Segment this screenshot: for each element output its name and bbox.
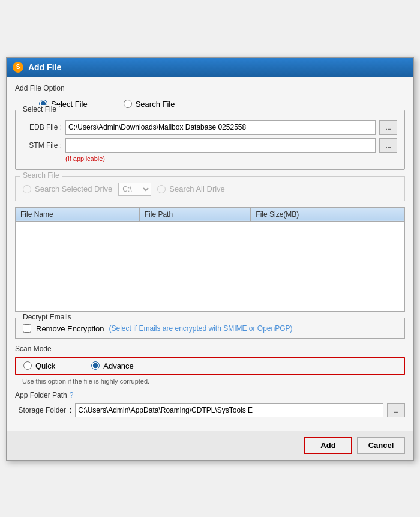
- search-selected-drive-option[interactable]: Search Selected Drive: [23, 184, 112, 193]
- scan-mode-box: Quick Advance: [15, 357, 405, 375]
- scan-mode-section: Scan Mode Quick Advance Use this option …: [15, 345, 405, 385]
- app-folder-help-link[interactable]: ?: [70, 391, 74, 399]
- decrypt-emails-section: Decrypt Emails Remove Encryption (Select…: [15, 318, 405, 339]
- select-file-group-title: Select File: [20, 105, 59, 113]
- decrypt-hint: (Select if Emails are encrypted with SMI…: [109, 324, 292, 333]
- app-folder-label: App Folder Path ?: [15, 391, 405, 399]
- add-button[interactable]: Add: [304, 437, 352, 454]
- storage-folder-input[interactable]: [75, 403, 383, 417]
- app-folder-section: App Folder Path ? Storage Folder : ...: [15, 391, 405, 417]
- decrypt-row: Remove Encryption (Select if Emails are …: [23, 323, 397, 333]
- search-selected-drive-radio[interactable]: [23, 185, 31, 193]
- decrypt-emails-title: Decrypt Emails: [20, 313, 74, 321]
- title-icon: S: [13, 62, 23, 73]
- storage-browse-button[interactable]: ...: [387, 403, 405, 417]
- edb-label: EDB File :: [23, 123, 62, 132]
- stm-browse-button[interactable]: ...: [379, 138, 397, 153]
- dialog-footer: Add Cancel: [7, 431, 413, 460]
- file-table: File Name File Path File Size(MB): [15, 207, 405, 312]
- title-bar: S Add File: [7, 58, 413, 77]
- quick-label: Quick: [35, 361, 55, 370]
- scan-mode-label: Scan Mode: [15, 345, 405, 353]
- stm-input[interactable]: [65, 138, 376, 153]
- advance-scan-radio[interactable]: [91, 361, 100, 370]
- edb-input[interactable]: [65, 120, 376, 135]
- dialog-content: Add File Option Select File Search File …: [7, 77, 413, 431]
- storage-colon: :: [70, 406, 71, 414]
- edb-file-row: EDB File : ...: [23, 120, 397, 135]
- if-applicable-text: (If applicable): [65, 155, 397, 162]
- search-all-drive-radio[interactable]: [157, 185, 166, 193]
- storage-folder-row: Storage Folder : ...: [15, 403, 405, 417]
- search-all-drive-label: Search All Drive: [169, 184, 224, 193]
- col-filesize: File Size(MB): [251, 207, 405, 221]
- advance-scan-option[interactable]: Advance: [91, 361, 134, 370]
- remove-encryption-checkbox[interactable]: [23, 324, 31, 333]
- search-file-radio[interactable]: [124, 100, 132, 108]
- stm-file-row: STM File : ...: [23, 138, 397, 153]
- dialog-title: Add File: [28, 62, 61, 72]
- advance-label: Advance: [103, 361, 134, 370]
- add-file-option-group: Select File Search File: [15, 96, 405, 110]
- search-row: Search Selected Drive C:\ Search All Dri…: [23, 180, 397, 196]
- select-file-group: Select File EDB File : ... STM File : ..…: [15, 110, 405, 170]
- search-selected-drive-label: Search Selected Drive: [35, 184, 112, 193]
- col-filepath: File Path: [139, 207, 251, 221]
- search-file-section-title: Search File: [20, 171, 62, 180]
- quick-scan-option[interactable]: Quick: [23, 361, 55, 370]
- storage-label: Storage Folder: [15, 406, 66, 414]
- search-file-label: Search File: [136, 100, 175, 109]
- file-table-header: File Name File Path File Size(MB): [16, 207, 405, 221]
- search-file-section: Search File Search Selected Drive C:\ Se…: [15, 176, 405, 201]
- cancel-button[interactable]: Cancel: [357, 437, 405, 454]
- col-filename: File Name: [16, 207, 140, 221]
- add-file-option-label: Add File Option: [15, 84, 405, 92]
- file-table-body: [16, 221, 405, 311]
- remove-encryption-label: Remove Encryption: [36, 324, 104, 333]
- add-file-dialog: S Add File Add File Option Select File S…: [6, 57, 414, 461]
- stm-label: STM File :: [23, 141, 62, 150]
- drive-select[interactable]: C:\: [118, 183, 151, 196]
- search-all-drive-option[interactable]: Search All Drive: [157, 184, 224, 193]
- scan-hint: Use this option if the file is highly co…: [22, 378, 405, 385]
- quick-scan-radio[interactable]: [23, 361, 32, 370]
- search-file-option[interactable]: Search File: [124, 100, 175, 109]
- edb-browse-button[interactable]: ...: [379, 120, 397, 135]
